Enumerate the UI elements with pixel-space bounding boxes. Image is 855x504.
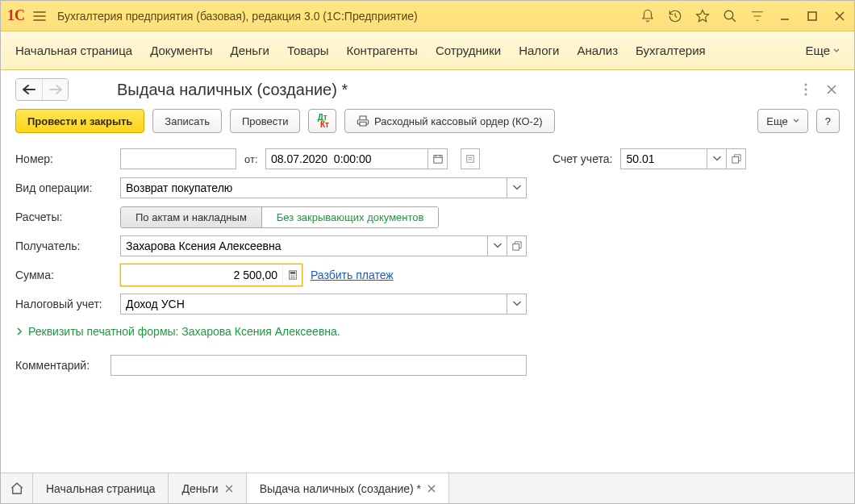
tax-input[interactable]	[120, 294, 507, 314]
svg-rect-6	[467, 156, 474, 163]
svg-point-12	[292, 275, 293, 276]
open-icon	[512, 241, 522, 251]
account-open[interactable]	[727, 148, 746, 169]
chevron-down-icon	[833, 48, 840, 54]
tab-home[interactable]: Начальная страница	[33, 473, 169, 503]
calc-label: Расчеты:	[15, 210, 112, 223]
calc-opt-nodocs[interactable]: Без закрывающих документов	[261, 207, 439, 227]
calendar-icon	[433, 154, 443, 164]
home-icon	[10, 481, 24, 496]
tab-document[interactable]: Выдача наличных (создание) *	[247, 473, 449, 503]
logo-text: 1C	[7, 7, 25, 24]
svg-rect-7	[732, 156, 739, 163]
menu-accounting[interactable]: Бухгалтерия	[636, 44, 706, 57]
payee-dropdown[interactable]	[488, 235, 507, 256]
comment-label: Комментарий:	[15, 359, 102, 372]
forward-button[interactable]	[42, 79, 68, 100]
menu-analysis[interactable]: Анализ	[577, 44, 618, 57]
menu-more[interactable]: Еще	[805, 44, 840, 57]
bell-icon[interactable]	[640, 8, 656, 24]
printer-icon	[357, 115, 369, 127]
help-button[interactable]: ?	[816, 109, 840, 133]
calendar-button[interactable]	[428, 148, 448, 169]
chevron-right-icon	[15, 327, 23, 335]
print-ko2-label: Расходный кассовый ордер (КО-2)	[374, 115, 543, 127]
filter-icon[interactable]	[749, 8, 765, 24]
hamburger-icon[interactable]	[31, 8, 48, 24]
nav-buttons	[15, 78, 69, 101]
payee-open[interactable]	[507, 235, 527, 256]
sum-label: Сумма:	[15, 269, 112, 281]
sum-input[interactable]	[121, 264, 282, 285]
tax-label: Налоговый учет:	[15, 298, 112, 310]
payee-label: Получатель:	[15, 240, 112, 252]
toolbar: Провести и закрыть Записать Провести Дт …	[1, 107, 854, 143]
maximize-icon[interactable]	[804, 8, 820, 24]
form-area: Номер: от: Счет учета:	[1, 143, 854, 473]
save-button[interactable]: Записать	[152, 109, 222, 133]
svg-point-11	[290, 275, 291, 276]
menu-home[interactable]: Начальная страница	[15, 44, 132, 57]
tab-money-close[interactable]	[225, 482, 233, 495]
dt-kt-button[interactable]: Дт Кт	[308, 109, 336, 133]
page-title: Выдача наличных (создание) *	[77, 81, 790, 99]
tab-money[interactable]: Деньги	[169, 473, 246, 503]
menu-documents[interactable]: Документы	[150, 44, 212, 57]
calculator-icon	[288, 270, 298, 280]
star-icon[interactable]	[694, 8, 711, 24]
search-icon[interactable]	[722, 8, 738, 24]
split-payment-link[interactable]: Разбить платеж	[311, 269, 394, 281]
tab-home-icon[interactable]	[1, 473, 33, 503]
calculator-button[interactable]	[282, 264, 302, 285]
calc-segmented: По актам и накладным Без закрывающих док…	[120, 206, 439, 228]
print-ko2-button[interactable]: Расходный кассовый ордер (КО-2)	[344, 109, 555, 133]
tab-home-label: Начальная страница	[46, 482, 155, 495]
account-label: Счет учета:	[553, 152, 612, 165]
chevron-down-icon	[512, 183, 522, 193]
svg-point-4	[805, 94, 807, 96]
toolbar-more-label: Еще	[766, 115, 787, 127]
from-label: от:	[244, 153, 257, 165]
print-details-label: Реквизиты печатной формы: Захарова Ксени…	[28, 325, 340, 338]
post-and-close-button[interactable]: Провести и закрыть	[15, 109, 144, 133]
post-button[interactable]: Провести	[230, 109, 301, 133]
tax-dropdown[interactable]	[507, 294, 527, 314]
print-details-toggle[interactable]: Реквизиты печатной формы: Захарова Ксени…	[15, 319, 840, 343]
toolbar-more-button[interactable]: Еще	[757, 109, 807, 133]
op-type-input[interactable]	[120, 177, 507, 198]
number-input[interactable]	[120, 148, 236, 169]
menu-employees[interactable]: Сотрудники	[436, 44, 501, 57]
svg-point-0	[724, 10, 733, 19]
svg-point-14	[290, 277, 291, 277]
chevron-down-icon	[712, 154, 722, 164]
back-button[interactable]	[16, 79, 42, 100]
titlebar-right	[640, 8, 848, 24]
svg-point-13	[294, 275, 294, 276]
chevron-down-icon	[793, 118, 799, 124]
op-type-dropdown[interactable]	[507, 177, 527, 198]
comment-input[interactable]	[111, 355, 527, 376]
tab-document-label: Выдача наличных (создание) *	[260, 482, 421, 495]
menu-goods[interactable]: Товары	[287, 44, 329, 57]
tab-document-close[interactable]	[428, 482, 436, 495]
payee-input[interactable]	[120, 235, 488, 256]
close-page-icon[interactable]	[824, 81, 840, 98]
tab-money-label: Деньги	[181, 482, 218, 495]
bottom-tabs: Начальная страница Деньги Выдача наличны…	[1, 473, 854, 503]
date-input[interactable]	[265, 148, 428, 169]
sum-field	[120, 264, 302, 286]
account-input[interactable]	[620, 148, 707, 169]
close-window-icon[interactable]	[832, 8, 848, 24]
account-dropdown[interactable]	[707, 148, 727, 169]
form-button[interactable]	[461, 148, 480, 169]
menu-money[interactable]: Деньги	[230, 44, 269, 57]
menu-taxes[interactable]: Налоги	[519, 44, 559, 57]
calc-opt-acts[interactable]: По актам и накладным	[121, 207, 261, 227]
minimize-icon[interactable]	[777, 8, 793, 24]
kebab-icon[interactable]	[798, 81, 814, 98]
main-menu: Начальная страница Документы Деньги Това…	[1, 31, 854, 70]
app-logo: 1C	[7, 7, 25, 24]
doc-header: Выдача наличных (создание) *	[1, 70, 854, 107]
menu-counterparties[interactable]: Контрагенты	[347, 44, 418, 57]
history-icon[interactable]	[667, 8, 683, 24]
